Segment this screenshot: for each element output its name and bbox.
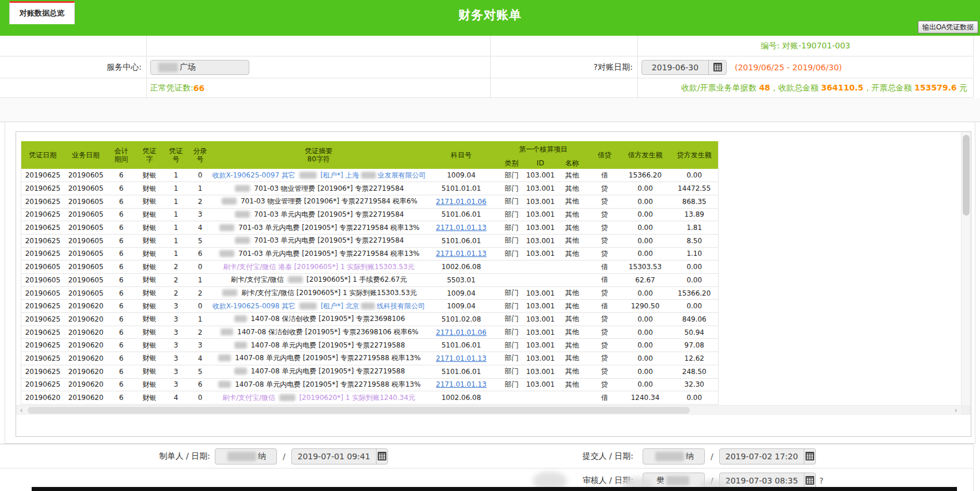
entry-no-cell: 4 [188,352,212,365]
vertical-scrollbar-thumb[interactable] [963,135,970,216]
date-range: (2019/06/25 - 2019/06/30) [735,63,842,72]
voucher-summary-cell: 701-03 单元内电费 [201905*] 专票22719584 税率13% [212,221,426,235]
period-cell: 6 [108,234,135,247]
debit-amount-cell: 0.00 [620,234,671,247]
category-cell: 部门 [497,195,526,208]
table-row: 20190625201906056财银14 701-03 单元内电费 [2019… [21,221,719,235]
debit-credit-cell: 借 [590,391,620,405]
category-cell: 部门 [497,326,526,339]
voucher-date-cell: 20190625 [21,195,64,208]
business-date-cell: 20190620 [64,300,108,313]
account-code-cell: 5503.01 [426,274,497,287]
item-name-cell: 其他 [555,378,590,391]
voucher-date-cell: 20190625 [21,300,64,313]
account-code-link[interactable]: 2171.01.01.13 [436,224,487,232]
calendar-button[interactable] [709,61,726,74]
debit-credit-cell: 贷 [590,221,620,235]
horizontal-scrollbar-thumb[interactable] [28,407,690,414]
period-cell: 6 [108,378,135,391]
credit-amount-cell: 32.30 [671,378,719,391]
voucher-no-cell: 3 [164,300,188,313]
tab-reconcile-data-overview[interactable]: 对账数据总览 [9,1,75,24]
category-cell: 部门 [497,352,526,365]
service-center-cell: 广场 [147,56,491,78]
voucher-no-cell: 1 [164,195,188,208]
voucher-word-cell: 财银 [135,391,164,405]
category-cell: 部门 [497,339,526,352]
calendar-button[interactable] [804,449,815,464]
maker-name-field[interactable]: 纳 [215,448,277,464]
maker-name-value: 纳 [258,451,266,462]
reconcile-date-field[interactable]: 2019-06-30 [641,60,727,75]
redacted-text [219,250,234,257]
business-date-cell: 20190605 [64,208,108,221]
category-cell: 部门 [497,286,526,300]
period-cell: 6 [108,208,135,221]
voucher-summary-cell[interactable]: 收款X-190625-0097 其它 [租户*] 上海业发展有限公司 [212,169,426,182]
submitter-date-field[interactable]: 2019-07-02 17:20 [719,448,816,464]
calendar-icon [378,452,386,460]
voucher-no-cell: 3 [164,339,188,352]
auditor-date-value: 2019-07-03 08:35 [720,476,804,485]
account-code-link[interactable]: 2171.01.01.13 [436,380,487,388]
account-code-link[interactable]: 2171.01.01.13 [436,354,487,362]
export-oa-voucher-button[interactable]: 输出OA凭证数据 [918,21,978,33]
credit-amount-cell: 8.50 [671,234,719,247]
vertical-scrollbar[interactable] [961,132,971,405]
table-row: 20190605201906056财银22 刷卡/支付宝/微信 [2019060… [21,286,719,300]
account-code-link[interactable]: 2171.01.01.06 [436,328,487,337]
period-cell: 6 [108,195,135,208]
header-voucher-summary: 凭证摘要 80字符 [212,141,426,169]
reconcile-date-value: 2019-06-30 [642,63,708,72]
voucher-date-cell: 20190625 [21,247,64,260]
header-voucher-date: 凭证日期 [21,141,64,169]
header-item-id: ID [526,157,555,169]
voucher-summary-cell: 701-03 单元内电费 [201905*] 专票22719584 [212,234,426,247]
calendar-button[interactable] [377,449,388,464]
header-accounting-item-group: 第一个核算项目 [497,141,590,157]
table-row: 20190605201906056财银21刷卡/支付宝/微信 [20190605… [21,274,719,287]
category-cell: 部门 [497,365,526,378]
voucher-no-cell: 2 [164,260,188,274]
redacted-text [279,394,295,401]
voucher-summary-cell: 701-03 单元内电费 [201905*] 专票22719584 税率13% [212,247,426,260]
voucher-summary-cell[interactable]: 收款X-190625-0098 其它 [租户*] 北京线科技有限公司 [212,300,426,313]
business-date-cell: 20190605 [64,182,108,195]
help-question-mark: ? [819,476,823,485]
voucher-summary-cell: 刷卡/支付宝/微信 港泰 [20190605*] 1 实际到账15303.53元 [212,260,426,274]
account-code-link[interactable]: 2171.01.01.13 [436,250,487,258]
category-cell: 部门 [497,221,526,235]
entry-no-cell: 4 [188,221,212,235]
credit-amount-cell: 1.10 [671,247,719,260]
business-date-cell: 20190605 [64,247,108,260]
voucher-word-cell: 财银 [135,326,164,339]
calendar-button[interactable] [804,473,815,488]
voucher-summary-cell: 701-03 物业管理费 [201906*] 专票22719584 [212,182,426,195]
service-center-field[interactable]: 广场 [150,60,249,75]
credit-amount-cell: 15366.20 [671,286,719,300]
voucher-date-cell: 20190625 [21,339,64,352]
horizontal-scrollbar[interactable]: ‹ › [16,405,961,415]
account-code-cell: 5101.01.01 [426,182,497,195]
submitter-name-field[interactable]: 纳 [643,448,705,464]
business-stats: 收款/开票业务单据数 48，收款总金额 364110.5，开票总金额 15357… [638,83,973,93]
entry-no-cell: 6 [188,247,212,260]
business-date-cell: 20190605 [64,221,108,235]
auditor-date-field[interactable]: 2019-07-03 08:35 [719,473,816,489]
scroll-right-arrow-icon[interactable]: › [952,406,960,415]
redacted-text [361,303,375,309]
account-code-cell: 1002.06.08 [426,391,497,405]
redacted-text [221,328,233,335]
maker-date-field[interactable]: 2019-07-01 09:41 [291,448,388,464]
account-code-cell: 1009.04 [426,300,497,313]
item-name-cell: 其他 [555,326,590,339]
entry-no-cell: 2 [188,286,212,300]
entry-no-cell: 0 [188,260,212,274]
scroll-left-arrow-icon[interactable]: ‹ [17,406,25,415]
item-id-cell: 103.001 [526,286,555,300]
header-voucher-word: 凭证字 [135,141,164,169]
period-cell: 6 [108,326,135,339]
auditor-name-value: 樊 [656,475,664,486]
account-code-link[interactable]: 2171.01.01.06 [436,198,487,206]
voucher-word-cell: 财银 [135,260,164,274]
